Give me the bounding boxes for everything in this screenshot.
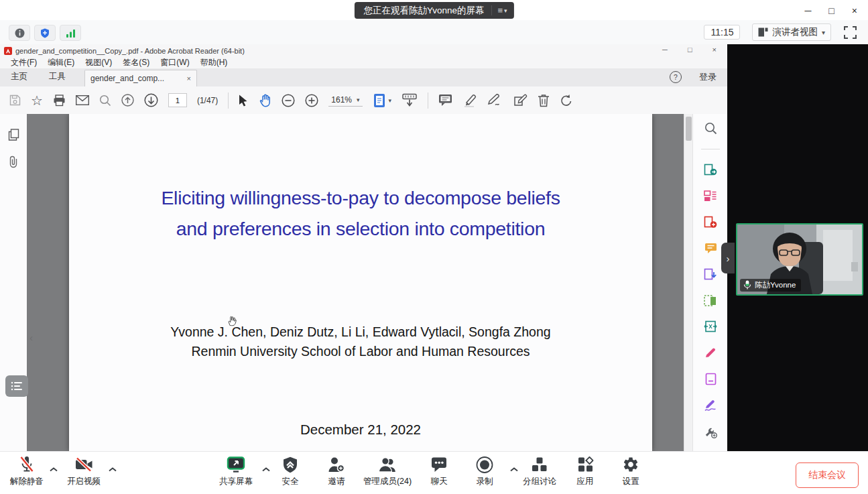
- acrobat-window: gender_and_competition__Copy_.pdf - Adob…: [0, 44, 727, 451]
- tab-document[interactable]: gender_and_comp... ×: [84, 70, 197, 86]
- previous-page-icon[interactable]: [121, 94, 134, 107]
- security-label: 安全: [282, 476, 299, 487]
- acrobat-titlebar: gender_and_competition__Copy_.pdf - Adob…: [0, 44, 731, 57]
- acrobat-maximize-button[interactable]: □: [688, 46, 692, 54]
- tab-tools[interactable]: 工具: [38, 71, 76, 86]
- certificates-icon[interactable]: [704, 399, 717, 412]
- banner-menu-icon[interactable]: ≡▾: [491, 5, 507, 15]
- record-options-chevron[interactable]: [510, 467, 518, 472]
- minimize-button[interactable]: ─: [804, 5, 811, 16]
- help-icon[interactable]: ?: [670, 71, 682, 83]
- panel-collapse-tab[interactable]: ›: [721, 243, 735, 273]
- participant-video-tile[interactable]: 陈劼Yvonne: [736, 223, 863, 296]
- start-video-button[interactable]: 开启视频: [67, 455, 101, 487]
- security-button[interactable]: 安全: [282, 455, 299, 487]
- organize-pages-icon[interactable]: [704, 190, 717, 202]
- chat-label: 聊天: [431, 476, 448, 487]
- page-count-label: (1/47): [197, 96, 218, 105]
- unmute-button[interactable]: 解除静音: [10, 455, 44, 487]
- page-thumbnails-icon[interactable]: [8, 129, 19, 141]
- maximize-button[interactable]: □: [828, 5, 834, 16]
- video-options-chevron[interactable]: [109, 467, 117, 472]
- tab-close-icon[interactable]: ×: [187, 74, 191, 82]
- highlight-tool-icon[interactable]: [462, 94, 477, 107]
- network-quality-button[interactable]: [60, 25, 81, 41]
- email-icon[interactable]: [76, 95, 89, 105]
- zoom-level-select[interactable]: 161% ▾: [328, 94, 362, 107]
- select-tool-icon[interactable]: [239, 95, 249, 107]
- breakout-rooms-button[interactable]: 分组讨论: [523, 455, 556, 487]
- menu-edit[interactable]: 编辑(E): [42, 57, 80, 68]
- members-icon: [378, 456, 397, 473]
- apps-label: 应用: [577, 476, 594, 487]
- menu-file[interactable]: 文件(F): [5, 57, 42, 68]
- end-meeting-button[interactable]: 结束会议: [796, 462, 859, 488]
- menu-view[interactable]: 视图(V): [80, 57, 117, 68]
- acrobat-minimize-button[interactable]: ─: [662, 46, 668, 54]
- request-signatures-icon[interactable]: [704, 268, 717, 281]
- fill-sign-panel-icon[interactable]: [704, 347, 717, 359]
- save-icon[interactable]: [9, 95, 21, 106]
- pdf-scrollbar-thumb[interactable]: [686, 117, 692, 141]
- more-pages-tool-icon[interactable]: [705, 373, 717, 385]
- create-pdf-icon[interactable]: [704, 216, 717, 229]
- page-display-select[interactable]: ▾: [373, 93, 392, 108]
- pdf-scrollbar[interactable]: [684, 114, 693, 451]
- audio-options-chevron[interactable]: [50, 467, 58, 472]
- breakout-rooms-icon: [532, 457, 548, 473]
- menu-sign[interactable]: 签名(S): [117, 57, 155, 68]
- acrobat-window-controls: ─ □ ×: [662, 46, 717, 54]
- acrobat-close-button[interactable]: ×: [712, 46, 717, 54]
- edit-pdf-icon[interactable]: [704, 295, 717, 306]
- search-icon[interactable]: [99, 95, 111, 107]
- share-screen-icon: [227, 456, 245, 473]
- scrolling-mode-icon[interactable]: [401, 93, 418, 107]
- annotation-list-toggle[interactable]: [5, 375, 28, 397]
- acrobat-logo-icon: [4, 47, 12, 55]
- attachments-icon[interactable]: [8, 156, 19, 168]
- share-options-chevron[interactable]: [262, 467, 270, 472]
- next-page-icon[interactable]: [144, 93, 158, 107]
- view-mode-button[interactable]: 演讲者视图 ▾: [752, 23, 831, 41]
- export-pdf-icon[interactable]: [704, 164, 717, 176]
- left-panel-collapse-icon[interactable]: ‹: [29, 332, 33, 343]
- list-icon: [11, 381, 23, 391]
- pdf-canvas[interactable]: Eliciting willingness-to-pay to decompos…: [27, 114, 684, 451]
- record-icon: [476, 456, 494, 474]
- fullscreen-icon[interactable]: [843, 25, 857, 40]
- edit-stamp-icon[interactable]: [513, 94, 528, 107]
- rotate-icon[interactable]: [560, 94, 573, 107]
- chevron-up-icon: [510, 467, 518, 472]
- invite-button[interactable]: 邀请: [328, 455, 345, 487]
- favorite-star-icon[interactable]: ☆: [31, 94, 43, 107]
- meeting-info-button[interactable]: [9, 25, 30, 41]
- meeting-top-strip: 您正在观看陈劼Yvonne的屏幕 ≡▾ ─ □ ×: [0, 0, 868, 20]
- fill-sign-icon[interactable]: [487, 94, 503, 107]
- comment-tool-icon[interactable]: [438, 94, 452, 107]
- share-screen-button[interactable]: 共享屏幕: [219, 455, 253, 487]
- record-button[interactable]: 录制: [476, 455, 494, 487]
- page-number-input[interactable]: 1: [168, 93, 187, 107]
- delete-icon[interactable]: [538, 94, 550, 107]
- menu-help[interactable]: 帮助(H): [195, 57, 233, 68]
- close-button[interactable]: ×: [852, 5, 857, 16]
- apps-button[interactable]: 应用: [577, 455, 594, 487]
- manage-members-button[interactable]: 管理成员(24): [363, 455, 412, 487]
- screen-share-banner[interactable]: 您正在观看陈劼Yvonne的屏幕 ≡▾: [354, 2, 513, 19]
- sign-in-link[interactable]: 登录: [699, 71, 717, 83]
- participant-name: 陈劼Yvonne: [755, 280, 796, 290]
- settings-button[interactable]: 设置: [622, 455, 639, 487]
- zoom-tools-icon[interactable]: [704, 122, 717, 135]
- menu-window[interactable]: 窗口(W): [155, 57, 194, 68]
- pdf-page[interactable]: Eliciting willingness-to-pay to decompos…: [69, 114, 652, 451]
- add-tools-icon[interactable]: [704, 426, 717, 438]
- meeting-security-button[interactable]: [34, 25, 56, 41]
- print-icon[interactable]: [53, 95, 66, 107]
- chat-button[interactable]: 聊天: [431, 455, 448, 487]
- comment-panel-icon[interactable]: [704, 243, 717, 254]
- tab-home[interactable]: 主页: [0, 71, 38, 86]
- zoom-in-icon[interactable]: [305, 94, 318, 107]
- zoom-out-icon[interactable]: [282, 94, 295, 107]
- hand-tool-icon[interactable]: [259, 94, 271, 107]
- compress-pdf-icon[interactable]: [704, 320, 717, 333]
